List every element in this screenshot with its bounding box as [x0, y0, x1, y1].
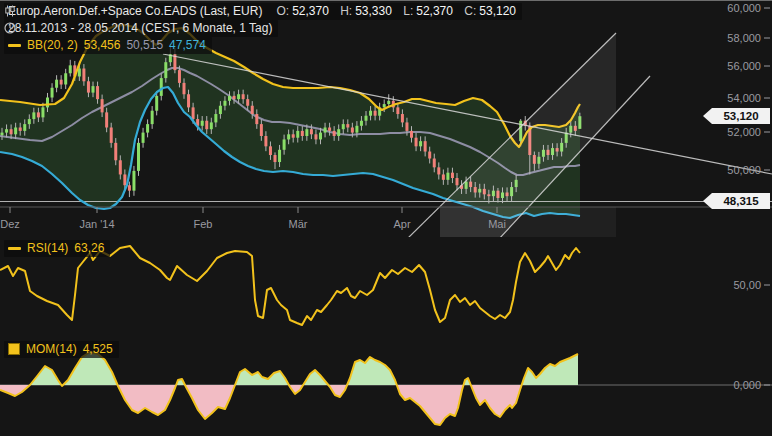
bb-lower-value: 47,574	[169, 38, 206, 52]
price-tag-value: 48,315	[723, 195, 759, 207]
bb-upper-value: 53,456	[84, 38, 121, 52]
price-axis-label: 54,000	[727, 92, 761, 104]
bb-label: BB(20, 2)	[27, 38, 78, 52]
price-axis-label: 58,000	[727, 32, 761, 44]
time-axis-label: Dez	[0, 218, 20, 230]
price-axis-label: 60,000	[727, 2, 761, 14]
open-label: O:	[276, 4, 289, 18]
rsi-axis-label: 50,00	[733, 279, 761, 291]
low-value: 52,370	[416, 4, 453, 18]
bb-line-icon	[8, 44, 21, 47]
instrument-title: Europ.Aeron.Def.+Space Co.EADS (Last, EU…	[8, 4, 262, 18]
channel-axis-band	[440, 207, 616, 237]
bb-legend[interactable]: BB(20, 2) 53,456 50,515 47,574	[4, 37, 212, 54]
high-label: H:	[340, 4, 352, 18]
clock-icon	[4, 22, 16, 34]
instrument-header: Europ.Aeron.Def.+Space Co.EADS (Last, EU…	[4, 3, 522, 20]
date-range-row: 28.11.2013 - 28.05.2014 (CEST, 6 Monate,…	[4, 20, 278, 37]
bb-middle-value: 50,515	[126, 38, 163, 52]
mom-legend[interactable]: MOM(14) 4,525	[4, 341, 119, 358]
rsi-legend[interactable]: RSI(14) 63,26	[4, 240, 110, 257]
time-axis-label: Apr	[393, 218, 410, 230]
time-axis-label: Feb	[194, 218, 213, 230]
rsi-value: 63,26	[74, 241, 104, 255]
date-range: 28.11.2013 - 28.05.2014 (CEST, 6 Monate,…	[8, 21, 272, 35]
pane-separator-mom[interactable]	[0, 0, 772, 1]
price-axis-label: 52,000	[727, 126, 761, 138]
mom-area-icon	[8, 343, 20, 355]
chart-application: DezJan '14FebMärAprMai60,00058,00056,000…	[0, 0, 772, 436]
close-value: 53,120	[479, 4, 516, 18]
close-label: C:	[464, 4, 476, 18]
rsi-line	[0, 246, 580, 325]
time-axis-label: Mär	[289, 218, 308, 230]
time-axis-label: Mai	[488, 218, 506, 230]
candlestick-chart-icon	[4, 5, 16, 17]
rsi-line-icon	[8, 247, 21, 250]
rsi-indicator-pane[interactable]: 50,00	[0, 237, 772, 337]
mom-label: MOM(14)	[26, 342, 77, 356]
rsi-label: RSI(14)	[27, 241, 68, 255]
price-axis-label: 56,000	[727, 60, 761, 72]
time-axis-label: Jan '14	[79, 218, 114, 230]
low-label: L:	[403, 4, 413, 18]
mom-axis-label: 0,000	[733, 379, 761, 391]
high-value: 53,330	[355, 4, 392, 18]
mom-value: 4,525	[83, 342, 113, 356]
price-axis-label: 50,000	[727, 164, 761, 176]
open-value: 52,370	[292, 4, 329, 18]
price-tag-value: 53,120	[723, 110, 758, 122]
